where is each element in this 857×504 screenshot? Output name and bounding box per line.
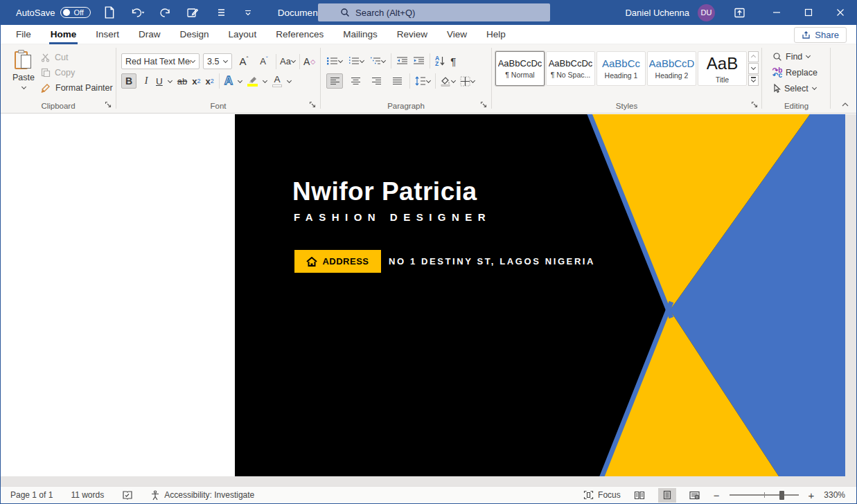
borders-button[interactable] (460, 76, 475, 87)
user-name[interactable]: Daniel Uchenna (625, 8, 689, 18)
proofing-status-icon[interactable] (122, 490, 132, 501)
tab-help[interactable]: Help (477, 25, 515, 44)
ribbon-display-options-icon[interactable] (730, 3, 748, 21)
tab-insert[interactable]: Insert (86, 25, 129, 44)
styles-scroll-up-button[interactable] (748, 51, 759, 62)
font-color-dropdown-chevron[interactable] (287, 78, 292, 82)
style-heading-1[interactable]: AaBbCc Heading 1 (597, 51, 646, 86)
share-button[interactable]: Share (794, 27, 847, 43)
tab-draw[interactable]: Draw (129, 25, 170, 44)
text-effects-dropdown-chevron[interactable] (238, 78, 242, 82)
superscript-button[interactable]: x2 (205, 76, 213, 87)
tab-view[interactable]: View (437, 25, 477, 44)
tab-layout[interactable]: Layout (219, 25, 267, 44)
bulleted-list-icon[interactable] (211, 3, 229, 21)
undo-button[interactable] (128, 3, 146, 21)
qat-overflow-chevron-icon[interactable] (239, 3, 257, 21)
styles-gallery-more-button[interactable] (748, 75, 759, 86)
style-heading-2[interactable]: AaBbCcD Heading 2 (647, 51, 696, 86)
highlight-button[interactable] (247, 75, 258, 87)
italic-button[interactable]: I (141, 75, 151, 87)
word-count[interactable]: 11 words (71, 490, 104, 500)
focus-mode-button[interactable]: Focus (583, 490, 621, 500)
font-name-combobox[interactable]: Red Hat Text Med (121, 53, 200, 69)
font-dialog-launcher[interactable] (309, 101, 317, 109)
user-avatar[interactable]: DU (698, 4, 715, 21)
grow-font-button[interactable]: Aˆ (236, 55, 252, 67)
underline-dropdown-chevron[interactable] (168, 78, 173, 82)
increase-indent-button[interactable] (413, 56, 425, 66)
paragraph-dialog-launcher[interactable] (480, 101, 488, 109)
styles-scroll-down-button[interactable] (748, 63, 759, 74)
zoom-out-button[interactable]: − (714, 489, 720, 501)
line-spacing-button[interactable] (414, 76, 431, 86)
search-icon (340, 8, 350, 17)
collapse-ribbon-chevron[interactable] (841, 100, 849, 109)
paste-dropdown-chevron[interactable] (21, 84, 26, 89)
underline-button[interactable]: U (156, 76, 163, 87)
shrink-font-button[interactable]: Aˇ (256, 56, 272, 66)
justify-button[interactable] (389, 73, 405, 89)
subscript-button[interactable]: x2 (192, 76, 200, 87)
minimize-button[interactable] (761, 0, 793, 25)
select-button[interactable]: Select (772, 80, 818, 96)
maximize-button[interactable] (793, 0, 824, 25)
autosave-knob (63, 9, 70, 16)
read-mode-button[interactable] (630, 488, 648, 503)
font-color-button[interactable]: A (272, 75, 282, 87)
paste-button[interactable]: Paste (10, 50, 37, 92)
tab-references[interactable]: References (266, 25, 333, 44)
highlight-dropdown-chevron[interactable] (263, 78, 267, 82)
format-painter-button[interactable]: Format Painter (41, 80, 113, 96)
copy-button[interactable]: Copy (41, 65, 113, 80)
editing-mode-icon[interactable] (184, 3, 202, 21)
close-button[interactable] (824, 0, 856, 25)
style-no-spacing[interactable]: AaBbCcDc ¶ No Spac... (546, 51, 595, 86)
zoom-slider[interactable] (730, 489, 799, 501)
strikethrough-button[interactable]: ab (177, 76, 187, 87)
sort-button[interactable]: AZ (435, 55, 445, 66)
align-right-button[interactable] (368, 73, 385, 89)
page-indicator[interactable]: Page 1 of 1 (10, 490, 53, 500)
cut-button[interactable]: Cut (41, 50, 113, 65)
search-box[interactable] (318, 3, 550, 21)
tab-home[interactable]: Home (41, 25, 87, 44)
new-document-icon[interactable] (100, 3, 118, 21)
bold-button[interactable]: B (121, 73, 136, 89)
replace-button[interactable]: ↷b↶c Replace (772, 64, 818, 80)
zoom-in-button[interactable]: + (809, 489, 815, 501)
bullets-button[interactable] (326, 56, 343, 66)
font-size-combobox[interactable]: 3.5 (203, 53, 232, 69)
multilevel-list-button[interactable] (369, 56, 386, 66)
styles-dialog-launcher[interactable] (751, 101, 759, 109)
text-effects-button[interactable]: A (224, 74, 233, 88)
tab-review[interactable]: Review (387, 25, 437, 44)
shading-button[interactable] (440, 76, 456, 87)
ribbon: Paste Cut Copy Fo (1, 44, 856, 114)
clear-formatting-button[interactable]: A ◇ (303, 56, 315, 67)
accessibility-status[interactable]: Accessibility: Investigate (150, 490, 254, 501)
print-layout-button[interactable] (658, 488, 676, 503)
change-case-button[interactable]: Aa (280, 56, 296, 66)
tab-design[interactable]: Design (170, 25, 219, 44)
style-title[interactable]: AaB Title (698, 51, 747, 86)
document-page[interactable]: Nwifor Patricia FASHION DESIGNER ADDRESS… (1, 114, 845, 476)
align-left-button[interactable] (326, 73, 343, 89)
autosave-toggle[interactable]: AutoSave Off (16, 7, 91, 18)
business-card-text: Nwifor Patricia FASHION DESIGNER ADDRESS… (235, 114, 845, 476)
tab-mailings[interactable]: Mailings (333, 25, 387, 44)
search-input[interactable] (355, 8, 529, 18)
decrease-indent-button[interactable] (396, 56, 408, 66)
zoom-level[interactable]: 330% (824, 490, 845, 500)
clipboard-dialog-launcher[interactable] (105, 101, 113, 109)
web-layout-button[interactable] (686, 488, 704, 503)
show-formatting-marks-button[interactable]: ¶ (450, 55, 456, 67)
zoom-slider-thumb[interactable] (779, 491, 784, 500)
tab-file[interactable]: File (6, 25, 41, 44)
style-normal[interactable]: AaBbCcDc ¶ Normal (495, 51, 545, 86)
align-center-button[interactable] (347, 73, 364, 89)
numbering-button[interactable] (348, 56, 364, 66)
redo-button[interactable] (156, 3, 174, 21)
find-button[interactable]: Find (772, 48, 818, 64)
document-canvas[interactable]: Nwifor Patricia FASHION DESIGNER ADDRESS… (1, 114, 856, 487)
